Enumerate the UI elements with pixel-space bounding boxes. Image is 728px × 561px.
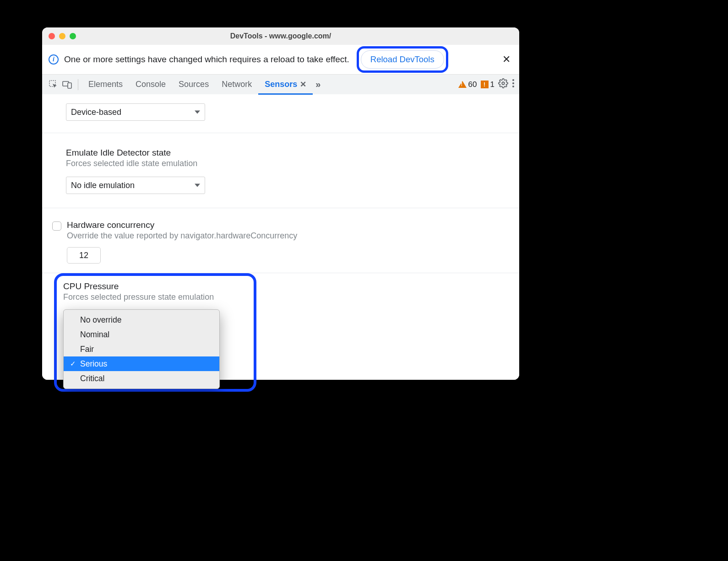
cpu-pressure-highlight: CPU Pressure Forces selected pressure st… <box>54 273 256 392</box>
svg-point-5 <box>512 82 514 84</box>
device-toolbar-icon[interactable] <box>60 78 74 92</box>
toolbar-right: 60 ! 1 <box>458 78 515 91</box>
settings-icon[interactable] <box>498 78 508 91</box>
cpu-option-serious[interactable]: Serious <box>64 356 219 371</box>
cpu-pressure-section: CPU Pressure Forces selected pressure st… <box>42 273 519 392</box>
sensors-panel: Device-based Emulate Idle Detector state… <box>42 94 519 380</box>
hw-desc: Override the value reported by navigator… <box>67 231 297 241</box>
chevron-down-icon <box>195 111 200 114</box>
tab-sources[interactable]: Sources <box>172 75 215 95</box>
warning-icon <box>458 81 467 88</box>
close-tab-icon[interactable]: ✕ <box>300 80 306 89</box>
orientation-section: Device-based <box>42 94 519 133</box>
reload-devtools-button[interactable]: Reload DevTools <box>361 50 444 69</box>
more-options-icon[interactable] <box>512 79 515 90</box>
toolbar-separator <box>78 79 78 90</box>
hw-body: Hardware concurrency Override the value … <box>67 220 297 264</box>
hardware-concurrency-input[interactable]: 12 <box>67 247 101 264</box>
orientation-select-value: Device-based <box>71 108 121 117</box>
devtools-window: DevTools - www.google.com/ i One or more… <box>42 27 519 380</box>
chevron-down-icon <box>195 184 200 187</box>
reload-banner: i One or more settings have changed whic… <box>42 45 519 74</box>
svg-point-6 <box>512 86 514 87</box>
tab-network[interactable]: Network <box>215 75 258 95</box>
more-tabs-icon[interactable]: » <box>313 79 323 90</box>
hardware-concurrency-checkbox[interactable] <box>52 221 61 231</box>
inspect-element-icon[interactable] <box>47 78 60 92</box>
issues-badge[interactable]: ! 1 <box>481 80 494 89</box>
cpu-desc: Forces selected pressure state emulation <box>63 292 247 302</box>
issue-icon: ! <box>481 81 489 88</box>
idle-detector-section: Emulate Idle Detector state Forces selec… <box>42 133 519 208</box>
orientation-select[interactable]: Device-based <box>66 103 205 121</box>
reload-banner-text: One or more settings have changed which … <box>64 54 349 65</box>
reload-highlight: Reload DevTools <box>357 46 448 73</box>
idle-select[interactable]: No idle emulation <box>66 177 205 194</box>
window-title: DevTools - www.google.com/ <box>42 32 519 40</box>
warnings-badge[interactable]: 60 <box>458 80 477 89</box>
idle-label: Emulate Idle Detector state <box>66 148 509 158</box>
hw-value: 12 <box>79 251 88 260</box>
issues-count: 1 <box>490 80 494 89</box>
hardware-concurrency-section: Hardware concurrency Override the value … <box>42 208 519 273</box>
tab-console[interactable]: Console <box>129 75 172 95</box>
cpu-option-nominal[interactable]: Nominal <box>64 327 219 342</box>
cpu-option-critical[interactable]: Critical <box>64 371 219 386</box>
idle-desc: Forces selected idle state emulation <box>66 159 509 168</box>
svg-point-3 <box>502 82 505 85</box>
info-icon: i <box>49 54 59 65</box>
cpu-label: CPU Pressure <box>63 281 247 291</box>
tab-sensors-label: Sensors <box>265 80 297 89</box>
cpu-option-no-override[interactable]: No override <box>64 313 219 327</box>
tab-sensors[interactable]: Sensors ✕ <box>258 75 313 95</box>
warnings-count: 60 <box>468 80 477 89</box>
svg-point-4 <box>512 79 514 81</box>
devtools-toolbar: Elements Console Sources Network Sensors… <box>42 74 519 94</box>
hw-label: Hardware concurrency <box>67 220 297 230</box>
svg-rect-2 <box>68 83 71 88</box>
window-titlebar: DevTools - www.google.com/ <box>42 27 519 45</box>
idle-select-value: No idle emulation <box>71 181 135 190</box>
cpu-pressure-dropdown[interactable]: No override Nominal Fair Serious Critica… <box>63 309 220 389</box>
cpu-option-fair[interactable]: Fair <box>64 342 219 356</box>
tab-elements[interactable]: Elements <box>82 75 129 95</box>
dismiss-banner-button[interactable]: ✕ <box>500 53 513 66</box>
